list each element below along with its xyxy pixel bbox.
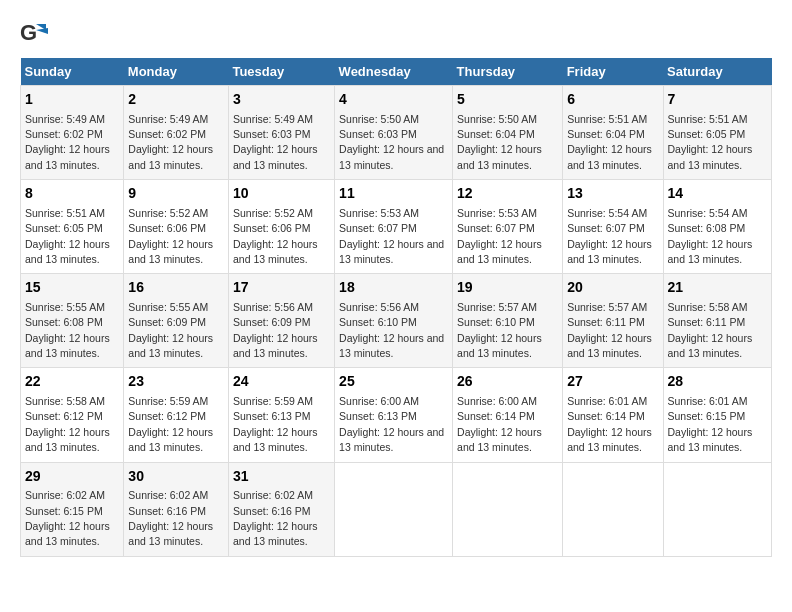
day-info: Sunrise: 5:57 AMSunset: 6:10 PMDaylight:… bbox=[457, 301, 542, 359]
header-saturday: Saturday bbox=[663, 58, 771, 86]
calendar-cell: 12Sunrise: 5:53 AMSunset: 6:07 PMDayligh… bbox=[453, 180, 563, 274]
calendar-cell: 16Sunrise: 5:55 AMSunset: 6:09 PMDayligh… bbox=[124, 274, 229, 368]
calendar-week-5: 29Sunrise: 6:02 AMSunset: 6:15 PMDayligh… bbox=[21, 462, 772, 556]
calendar-cell: 19Sunrise: 5:57 AMSunset: 6:10 PMDayligh… bbox=[453, 274, 563, 368]
calendar-cell: 26Sunrise: 6:00 AMSunset: 6:14 PMDayligh… bbox=[453, 368, 563, 462]
day-info: Sunrise: 6:01 AMSunset: 6:15 PMDaylight:… bbox=[668, 395, 753, 453]
calendar-cell: 11Sunrise: 5:53 AMSunset: 6:07 PMDayligh… bbox=[335, 180, 453, 274]
day-info: Sunrise: 5:59 AMSunset: 6:13 PMDaylight:… bbox=[233, 395, 318, 453]
calendar-cell: 8Sunrise: 5:51 AMSunset: 6:05 PMDaylight… bbox=[21, 180, 124, 274]
calendar-cell: 5Sunrise: 5:50 AMSunset: 6:04 PMDaylight… bbox=[453, 86, 563, 180]
day-number: 17 bbox=[233, 278, 330, 298]
day-number: 14 bbox=[668, 184, 767, 204]
calendar-cell: 31Sunrise: 6:02 AMSunset: 6:16 PMDayligh… bbox=[228, 462, 334, 556]
day-info: Sunrise: 6:00 AMSunset: 6:14 PMDaylight:… bbox=[457, 395, 542, 453]
calendar-header-row: SundayMondayTuesdayWednesdayThursdayFrid… bbox=[21, 58, 772, 86]
logo: G bbox=[20, 20, 52, 48]
calendar-cell: 15Sunrise: 5:55 AMSunset: 6:08 PMDayligh… bbox=[21, 274, 124, 368]
day-number: 5 bbox=[457, 90, 558, 110]
day-number: 7 bbox=[668, 90, 767, 110]
day-number: 29 bbox=[25, 467, 119, 487]
calendar-week-1: 1Sunrise: 5:49 AMSunset: 6:02 PMDaylight… bbox=[21, 86, 772, 180]
svg-marker-2 bbox=[36, 28, 48, 34]
calendar-cell: 1Sunrise: 5:49 AMSunset: 6:02 PMDaylight… bbox=[21, 86, 124, 180]
day-number: 27 bbox=[567, 372, 658, 392]
header-friday: Friday bbox=[563, 58, 663, 86]
day-info: Sunrise: 5:53 AMSunset: 6:07 PMDaylight:… bbox=[339, 207, 444, 265]
calendar-cell: 7Sunrise: 5:51 AMSunset: 6:05 PMDaylight… bbox=[663, 86, 771, 180]
calendar-cell bbox=[335, 462, 453, 556]
day-number: 6 bbox=[567, 90, 658, 110]
calendar-cell: 23Sunrise: 5:59 AMSunset: 6:12 PMDayligh… bbox=[124, 368, 229, 462]
day-number: 18 bbox=[339, 278, 448, 298]
day-number: 11 bbox=[339, 184, 448, 204]
calendar-week-4: 22Sunrise: 5:58 AMSunset: 6:12 PMDayligh… bbox=[21, 368, 772, 462]
day-info: Sunrise: 5:50 AMSunset: 6:04 PMDaylight:… bbox=[457, 113, 542, 171]
day-info: Sunrise: 5:50 AMSunset: 6:03 PMDaylight:… bbox=[339, 113, 444, 171]
day-number: 12 bbox=[457, 184, 558, 204]
day-info: Sunrise: 5:58 AMSunset: 6:12 PMDaylight:… bbox=[25, 395, 110, 453]
day-number: 16 bbox=[128, 278, 224, 298]
day-number: 10 bbox=[233, 184, 330, 204]
day-info: Sunrise: 5:49 AMSunset: 6:03 PMDaylight:… bbox=[233, 113, 318, 171]
day-info: Sunrise: 5:52 AMSunset: 6:06 PMDaylight:… bbox=[128, 207, 213, 265]
calendar-cell: 10Sunrise: 5:52 AMSunset: 6:06 PMDayligh… bbox=[228, 180, 334, 274]
calendar-cell: 21Sunrise: 5:58 AMSunset: 6:11 PMDayligh… bbox=[663, 274, 771, 368]
day-info: Sunrise: 6:02 AMSunset: 6:16 PMDaylight:… bbox=[128, 489, 213, 547]
header-monday: Monday bbox=[124, 58, 229, 86]
day-number: 22 bbox=[25, 372, 119, 392]
calendar-cell: 4Sunrise: 5:50 AMSunset: 6:03 PMDaylight… bbox=[335, 86, 453, 180]
calendar-cell bbox=[563, 462, 663, 556]
day-number: 2 bbox=[128, 90, 224, 110]
calendar-cell: 3Sunrise: 5:49 AMSunset: 6:03 PMDaylight… bbox=[228, 86, 334, 180]
day-info: Sunrise: 5:55 AMSunset: 6:09 PMDaylight:… bbox=[128, 301, 213, 359]
day-number: 13 bbox=[567, 184, 658, 204]
day-info: Sunrise: 5:56 AMSunset: 6:09 PMDaylight:… bbox=[233, 301, 318, 359]
header: G bbox=[20, 20, 772, 48]
day-number: 15 bbox=[25, 278, 119, 298]
day-number: 23 bbox=[128, 372, 224, 392]
day-info: Sunrise: 5:53 AMSunset: 6:07 PMDaylight:… bbox=[457, 207, 542, 265]
day-info: Sunrise: 6:01 AMSunset: 6:14 PMDaylight:… bbox=[567, 395, 652, 453]
calendar-cell: 18Sunrise: 5:56 AMSunset: 6:10 PMDayligh… bbox=[335, 274, 453, 368]
day-info: Sunrise: 5:55 AMSunset: 6:08 PMDaylight:… bbox=[25, 301, 110, 359]
day-info: Sunrise: 5:59 AMSunset: 6:12 PMDaylight:… bbox=[128, 395, 213, 453]
day-info: Sunrise: 5:51 AMSunset: 6:04 PMDaylight:… bbox=[567, 113, 652, 171]
calendar-cell: 9Sunrise: 5:52 AMSunset: 6:06 PMDaylight… bbox=[124, 180, 229, 274]
header-tuesday: Tuesday bbox=[228, 58, 334, 86]
day-number: 9 bbox=[128, 184, 224, 204]
calendar-cell: 20Sunrise: 5:57 AMSunset: 6:11 PMDayligh… bbox=[563, 274, 663, 368]
day-number: 8 bbox=[25, 184, 119, 204]
calendar-week-2: 8Sunrise: 5:51 AMSunset: 6:05 PMDaylight… bbox=[21, 180, 772, 274]
logo-icon: G bbox=[20, 20, 48, 48]
calendar-table: SundayMondayTuesdayWednesdayThursdayFrid… bbox=[20, 58, 772, 557]
calendar-cell: 28Sunrise: 6:01 AMSunset: 6:15 PMDayligh… bbox=[663, 368, 771, 462]
day-number: 21 bbox=[668, 278, 767, 298]
calendar-cell: 13Sunrise: 5:54 AMSunset: 6:07 PMDayligh… bbox=[563, 180, 663, 274]
day-number: 4 bbox=[339, 90, 448, 110]
calendar-cell: 25Sunrise: 6:00 AMSunset: 6:13 PMDayligh… bbox=[335, 368, 453, 462]
day-info: Sunrise: 5:54 AMSunset: 6:08 PMDaylight:… bbox=[668, 207, 753, 265]
day-number: 26 bbox=[457, 372, 558, 392]
svg-text:G: G bbox=[20, 20, 37, 45]
day-number: 24 bbox=[233, 372, 330, 392]
calendar-cell: 29Sunrise: 6:02 AMSunset: 6:15 PMDayligh… bbox=[21, 462, 124, 556]
calendar-cell: 2Sunrise: 5:49 AMSunset: 6:02 PMDaylight… bbox=[124, 86, 229, 180]
day-info: Sunrise: 5:51 AMSunset: 6:05 PMDaylight:… bbox=[668, 113, 753, 171]
day-number: 28 bbox=[668, 372, 767, 392]
calendar-cell: 6Sunrise: 5:51 AMSunset: 6:04 PMDaylight… bbox=[563, 86, 663, 180]
day-number: 1 bbox=[25, 90, 119, 110]
header-thursday: Thursday bbox=[453, 58, 563, 86]
day-info: Sunrise: 6:02 AMSunset: 6:16 PMDaylight:… bbox=[233, 489, 318, 547]
day-number: 19 bbox=[457, 278, 558, 298]
header-sunday: Sunday bbox=[21, 58, 124, 86]
calendar-cell bbox=[663, 462, 771, 556]
calendar-cell: 27Sunrise: 6:01 AMSunset: 6:14 PMDayligh… bbox=[563, 368, 663, 462]
day-number: 31 bbox=[233, 467, 330, 487]
day-number: 25 bbox=[339, 372, 448, 392]
day-info: Sunrise: 5:52 AMSunset: 6:06 PMDaylight:… bbox=[233, 207, 318, 265]
day-number: 30 bbox=[128, 467, 224, 487]
day-info: Sunrise: 5:56 AMSunset: 6:10 PMDaylight:… bbox=[339, 301, 444, 359]
day-info: Sunrise: 5:51 AMSunset: 6:05 PMDaylight:… bbox=[25, 207, 110, 265]
day-info: Sunrise: 5:54 AMSunset: 6:07 PMDaylight:… bbox=[567, 207, 652, 265]
